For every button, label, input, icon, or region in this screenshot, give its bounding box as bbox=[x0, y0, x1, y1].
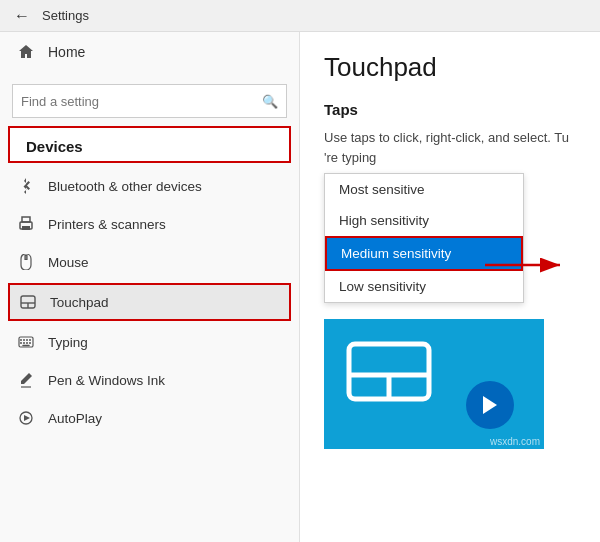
search-icon: 🔍 bbox=[262, 94, 278, 109]
printer-icon bbox=[16, 214, 36, 234]
typing-label: Typing bbox=[48, 335, 88, 350]
bluetooth-icon bbox=[16, 176, 36, 196]
video-thumbnail[interactable]: wsxdn.com bbox=[324, 319, 544, 449]
pen-icon bbox=[16, 370, 36, 390]
back-button[interactable]: ← bbox=[8, 2, 36, 30]
sidebar-item-pen[interactable]: Pen & Windows Ink bbox=[0, 361, 299, 399]
svg-marker-19 bbox=[24, 415, 30, 421]
title-bar: ← Settings bbox=[0, 0, 600, 32]
sidebar-item-touchpad[interactable]: Touchpad bbox=[8, 283, 291, 321]
sidebar: Home 🔍 Devices Bluetooth & other devices bbox=[0, 32, 300, 542]
home-label: Home bbox=[48, 44, 85, 60]
video-touchpad-icon bbox=[344, 339, 434, 409]
svg-rect-2 bbox=[22, 226, 30, 230]
printers-label: Printers & scanners bbox=[48, 217, 166, 232]
mouse-label: Mouse bbox=[48, 255, 89, 270]
search-input[interactable] bbox=[21, 94, 262, 109]
pen-label: Pen & Windows Ink bbox=[48, 373, 165, 388]
dropdown-list: Most sensitive High sensitivity Medium s… bbox=[324, 173, 524, 303]
sidebar-item-printers[interactable]: Printers & scanners bbox=[0, 205, 299, 243]
keyboard-icon bbox=[16, 332, 36, 352]
window-title: Settings bbox=[42, 8, 89, 23]
sidebar-item-autoplay[interactable]: AutoPlay bbox=[0, 399, 299, 437]
svg-rect-1 bbox=[22, 217, 30, 222]
mouse-icon bbox=[16, 252, 36, 272]
sidebar-item-mouse[interactable]: Mouse bbox=[0, 243, 299, 281]
play-button[interactable] bbox=[466, 381, 514, 429]
bluetooth-label: Bluetooth & other devices bbox=[48, 179, 202, 194]
sidebar-item-bluetooth[interactable]: Bluetooth & other devices bbox=[0, 167, 299, 205]
sidebar-item-typing[interactable]: Typing bbox=[0, 323, 299, 361]
page-title: Touchpad bbox=[324, 52, 576, 83]
option-most-sensitive[interactable]: Most sensitive bbox=[325, 174, 523, 205]
home-icon bbox=[16, 42, 36, 62]
svg-marker-25 bbox=[483, 396, 497, 414]
search-box[interactable]: 🔍 bbox=[12, 84, 287, 118]
taps-description: Use taps to click, right-click, and sele… bbox=[324, 128, 576, 167]
touchpad-label: Touchpad bbox=[50, 295, 109, 310]
touchpad-icon bbox=[18, 292, 38, 312]
content-area: Touchpad Taps Use taps to click, right-c… bbox=[300, 32, 600, 542]
option-medium-sensitivity[interactable]: Medium sensitivity bbox=[325, 236, 523, 271]
autoplay-icon bbox=[16, 408, 36, 428]
sensitivity-dropdown: Most sensitive High sensitivity Medium s… bbox=[324, 173, 576, 303]
devices-section-header: Devices bbox=[8, 126, 291, 163]
main-layout: Home 🔍 Devices Bluetooth & other devices bbox=[0, 32, 600, 542]
sidebar-item-home[interactable]: Home bbox=[0, 32, 299, 72]
watermark: wsxdn.com bbox=[490, 436, 540, 447]
option-high-sensitivity[interactable]: High sensitivity bbox=[325, 205, 523, 236]
taps-section-title: Taps bbox=[324, 101, 576, 118]
autoplay-label: AutoPlay bbox=[48, 411, 102, 426]
option-low-sensitivity[interactable]: Low sensitivity bbox=[325, 271, 523, 302]
